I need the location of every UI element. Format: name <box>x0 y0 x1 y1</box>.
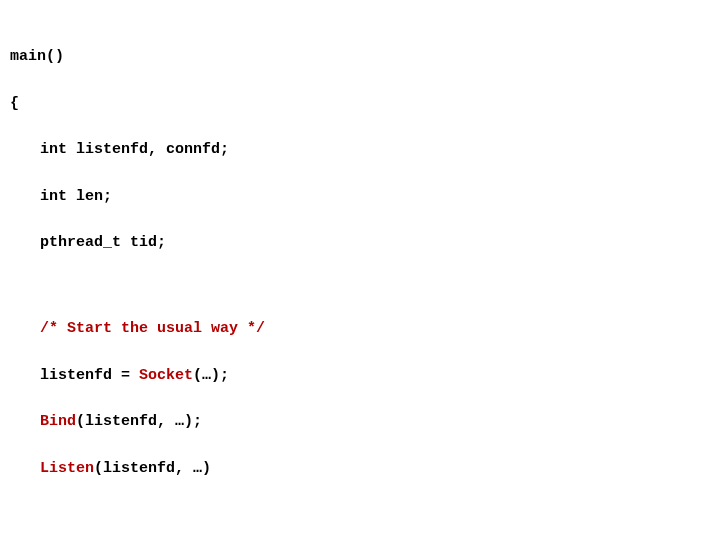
code-line: main() <box>10 45 710 68</box>
api-call: Bind <box>40 413 76 430</box>
code-line: listenfd = Socket(…); <box>10 364 710 387</box>
code-text: listenfd = <box>40 367 139 384</box>
code-line: pthread_t tid; <box>10 231 710 254</box>
api-call: Listen <box>40 460 94 477</box>
code-line: Listen(listenfd, …) <box>10 457 710 480</box>
code-text: (…); <box>193 367 229 384</box>
code-line: Bind(listenfd, …); <box>10 410 710 433</box>
code-line: int listenfd, connfd; <box>10 138 710 161</box>
code-text: (listenfd, …); <box>76 413 202 430</box>
code-line: int len; <box>10 185 710 208</box>
code-slide: main() { int listenfd, connfd; int len; … <box>0 0 720 540</box>
api-call: Socket <box>139 367 193 384</box>
code-line: { <box>10 92 710 115</box>
code-text: (listenfd, …) <box>94 460 211 477</box>
comment-line: /* Start the usual way */ <box>10 317 710 340</box>
